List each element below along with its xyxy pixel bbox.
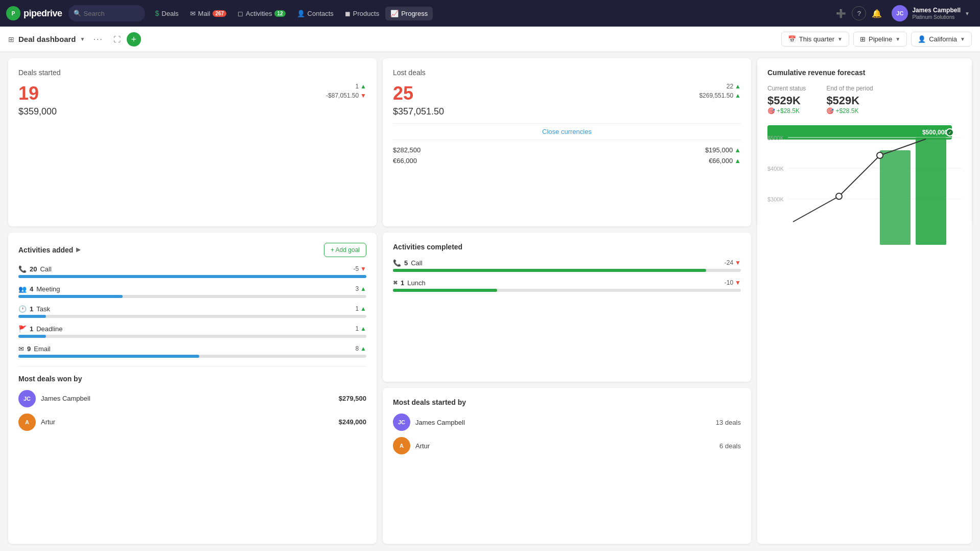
person-1-amount: $279,500 [339,395,366,402]
add-nav-button[interactable]: ➕ [833,6,849,21]
activity-meeting-row: 👥 4 Meeting 3 ▲ [18,285,366,298]
person-1-name: James Campbell [41,395,90,402]
started-person-row-1: JC James Campbell 13 deals [393,414,741,431]
add-button[interactable]: + [127,32,141,47]
forecast-card: Cumulative revenue forecast Current stat… [757,58,972,544]
deals-started-amount-change: -$87,051.50 ▼ [326,92,366,99]
toolbar: ⊞ Deal dashboard ▼ ··· ⛶ + 📅 This quarte… [0,27,980,52]
deals-started-title: Deals started [18,68,366,77]
user-subtitle: Platinum Solutions [912,14,961,20]
started-person-row-2: A Artur 6 deals [393,437,741,454]
progress-icon: 📈 [390,10,399,17]
activity-deadline-row: 🚩 1 Deadline 1 ▲ [18,325,366,338]
divider-1 [18,366,366,366]
activities-completed-card: Activities completed 📞 5 Call -24 ▼ ✖ [383,233,751,382]
mail-icon: ✉ [190,10,196,17]
activities-completed-title: Activities completed [393,243,741,251]
user-chevron-icon: ▼ [965,11,970,16]
activity-call-label: 📞 20 Call [18,265,52,273]
search-icon: 🔍 [74,10,81,17]
nav-item-deals[interactable]: $ Deals [150,6,184,20]
activity-task-label: 🕐 1 Task [18,305,50,313]
nav-item-activities[interactable]: ◻ Activities 12 [232,7,290,20]
lost-deals-title: Lost deals [393,68,741,77]
completed-lunch-row: ✖ 1 Lunch -10 ▼ [393,279,741,292]
completed-lunch-icon: ✖ [393,280,398,286]
contacts-icon: 👤 [297,10,305,17]
expand-button[interactable]: ⛶ [111,33,123,45]
svg-text:$300K: $300K [767,196,784,202]
nav-item-contacts[interactable]: 👤 Contacts [292,7,339,20]
lost-deals-amount: $357,051.50 [393,106,444,117]
person-2-avatar: A [18,414,36,431]
products-icon: ◼ [345,10,351,17]
started-person-2-avatar: A [393,437,410,454]
most-deals-won-title: Most deals won by [18,375,366,383]
end-period-col: End of the period $529K 🎯 +$28.5K [826,85,873,114]
nav-item-products[interactable]: ◼ Products [340,7,384,20]
activities-icon: ◻ [238,10,243,17]
most-deals-started-card: Most deals started by JC James Campbell … [383,388,751,544]
calendar-icon: 📅 [788,35,796,43]
logo[interactable]: P pipedrive [6,6,62,20]
started-person-2-deals: 6 deals [719,442,741,450]
nav-item-progress[interactable]: 📈 Progress [385,7,433,20]
top-nav: P pipedrive 🔍 $ Deals ✉ Mail 267 ◻ Activ… [0,0,980,27]
currency-1-arrow: ▲ [734,146,741,154]
user-section[interactable]: JC James Campbell Platinum Solutions ▼ [888,3,974,24]
lost-deals-count: 25 [393,83,444,104]
more-options-button[interactable]: ··· [89,33,107,46]
task-icon: 🕐 [18,305,27,313]
activities-added-title: Activities added ▶ [18,246,80,254]
svg-point-8 [836,193,842,199]
pipeline-filter[interactable]: ⊞ Pipeline ▼ [853,32,907,47]
help-button[interactable]: ? [852,6,866,20]
completed-lunch-arrow: ▼ [735,279,741,286]
lost-deals-amount-change: $269,551.50 ▲ [699,92,741,99]
svg-rect-6 [880,150,911,245]
close-currencies-link[interactable]: Close currencies [393,123,741,140]
main-content: Deals started 19 $359,000 1 ▲ -$87,051.5… [0,52,980,550]
avatar: JC [892,5,908,21]
person-2-amount: $249,000 [339,418,366,426]
page-title: Deal dashboard [18,35,76,43]
activity-meeting-label: 👥 4 Meeting [18,285,60,293]
location-chevron-icon: ▼ [960,36,965,42]
activity-email-label: ✉ 9 Email [18,345,51,353]
toolbar-right: 📅 This quarter ▼ ⊞ Pipeline ▼ 👤 Californ… [781,32,972,47]
current-status-amount: $529K [767,94,806,107]
deals-icon: $ [155,9,159,17]
person-2-name: Artur [41,418,55,426]
person-icon: 👤 [918,35,926,43]
search-wrap: 🔍 [68,5,145,21]
deals-started-count: 19 [18,83,57,104]
svg-point-9 [877,152,883,158]
email-icon: ✉ [18,345,24,353]
end-goal-amount: 🎯 +$28.5K [826,107,873,114]
user-name: James Campbell [912,7,961,14]
activity-deadline-label: 🚩 1 Deadline [18,325,63,333]
activity-email-row: ✉ 9 Email 8 ▲ [18,345,366,358]
title-chevron-icon: ▼ [80,36,85,42]
dashboard-grid-icon: ⊞ [8,35,14,43]
currency-row-1: $282,500 $195,000 ▲ [393,146,741,154]
meeting-arrow: ▲ [360,285,366,292]
forecast-title: Cumulative revenue forecast [767,68,962,77]
most-deals-started-title: Most deals started by [393,398,741,406]
started-person-1-avatar: JC [393,414,410,431]
activity-call-row: 📞 20 Call -5 ▼ [18,265,366,278]
activities-added-card: Activities added ▶ + Add goal 📞 20 Call … [8,233,377,544]
time-filter[interactable]: 📅 This quarter ▼ [781,32,849,47]
notifications-button[interactable]: 🔔 [869,6,884,21]
add-goal-button[interactable]: + Add goal [324,243,366,257]
pipeline-chevron-icon: ▼ [895,36,900,42]
nav-item-mail[interactable]: ✉ Mail 267 [185,7,232,20]
svg-rect-7 [916,137,946,245]
forecast-chart: $500K $400K $300K [767,125,962,247]
current-status-col: Current status $529K 🎯 +$28.5K [767,85,806,114]
started-person-2-name: Artur [415,442,430,450]
location-filter[interactable]: 👤 California ▼ [911,32,972,47]
svg-text:$400K: $400K [767,166,784,172]
started-person-1-name: James Campbell [415,419,465,426]
deadline-arrow: ▲ [360,325,366,332]
